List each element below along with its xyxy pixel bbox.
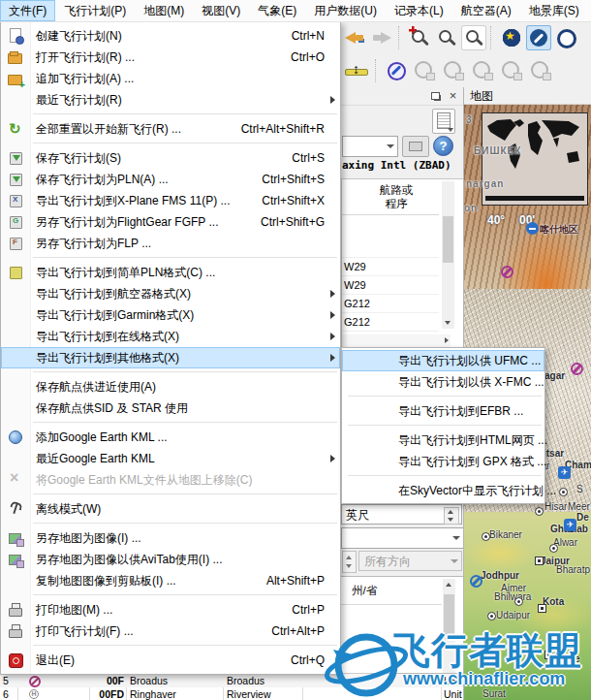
town-marker-icon[interactable] (544, 651, 553, 659)
menu-item[interactable]: 导出飞行计划到 GPX 格式 ... (342, 451, 544, 472)
route-vertical-scrollbar[interactable] (442, 181, 454, 329)
menu-item[interactable]: 另存飞行计划为FLP ... (1, 233, 340, 254)
altitude-combo[interactable] (341, 527, 464, 549)
city-marker-icon[interactable] (487, 612, 496, 620)
menu-item[interactable]: 打印飞行计划(F) ...Ctrl+Alt+P (1, 620, 340, 642)
menu-item[interactable]: 保存飞行计划为PLN(A) ...Ctrl+Shift+S (1, 169, 340, 190)
route-row[interactable] (342, 239, 439, 258)
town-marker-icon[interactable] (535, 557, 544, 565)
fwd-icon[interactable] (369, 25, 394, 50)
menu-item[interactable]: 导出飞行计划到其他格式(X) (1, 347, 340, 368)
vor-icon[interactable] (469, 58, 496, 83)
show-on-map-button[interactable] (402, 136, 429, 157)
vorc-icon[interactable] (556, 58, 581, 83)
city-marker-icon[interactable] (535, 507, 544, 516)
help-button[interactable]: ? (433, 136, 453, 156)
menu-item[interactable]: 导出飞行计划以供 X-FMC ... (342, 371, 544, 393)
menu-item[interactable]: 最近飞行计划(R) (1, 89, 340, 111)
aircraft-icon[interactable]: ✈ (564, 519, 576, 531)
scrollbar-thumb[interactable] (444, 594, 454, 639)
menu-item[interactable]: 追加飞行计划(A) ... (1, 68, 340, 89)
route-table[interactable]: 航路或 程序 W29W29G212G212G212 (341, 178, 465, 349)
float-dock-icon[interactable] (428, 89, 443, 103)
route-row[interactable]: G212 (342, 313, 439, 332)
menu-item[interactable]: 退出(E)Ctrl+Q (1, 650, 340, 671)
menu-item[interactable]: 导出飞行计划到航空器格式(X) (1, 283, 340, 304)
menubar-item[interactable]: 用户数据(U) (305, 0, 386, 21)
vor-icon[interactable] (498, 58, 525, 83)
menu-item[interactable]: 另存地图为图像(I) ... (1, 527, 340, 549)
menu-item[interactable]: 打印地图(M) ...Ctrl+P (1, 599, 340, 620)
submenu-arrow-icon (330, 311, 335, 319)
outline-icon[interactable] (553, 25, 578, 50)
menu-item[interactable]: 导出飞行计划以供 UFMC ... (342, 350, 544, 371)
menubar-item[interactable]: 文件(F) (0, 0, 55, 21)
table-row[interactable]: 500FBroadusBroadusUS (0, 674, 463, 687)
menu-item[interactable]: 全部重置以开始新飞行(R) ...Ctrl+Alt+Shift+R (1, 118, 340, 140)
menubar-item[interactable]: 记录本(L) (386, 0, 452, 21)
city-marker-icon[interactable] (482, 532, 490, 541)
direction-combo[interactable]: 所有方向 (358, 551, 462, 571)
menu-item[interactable]: 另存飞行计划为FlightGear FGFP ...Ctrl+Shift+G (1, 211, 340, 233)
waypoint-icon[interactable] (526, 222, 539, 235)
zoomdoc-icon[interactable] (461, 25, 486, 50)
menu-item[interactable]: 保存航点供SID 及 STAR 使用 (1, 398, 340, 419)
city-marker-icon[interactable] (559, 488, 568, 496)
vor-icon[interactable] (411, 58, 438, 83)
airport-search-combo[interactable] (342, 136, 398, 157)
route-horizontal-scrollbar[interactable] (342, 334, 451, 347)
menubar-item[interactable]: 飞行计划(P) (55, 0, 135, 21)
altitude-unit-spinbox[interactable]: 英尺 (341, 504, 462, 525)
menu-item[interactable]: 离线模式(W) (1, 498, 340, 520)
aircraft-icon[interactable]: ✈ (558, 466, 571, 479)
menubar-item[interactable]: 地图(M) (135, 0, 193, 21)
vor-icon[interactable] (440, 58, 467, 83)
slash-icon[interactable] (526, 25, 551, 50)
menu-item[interactable]: 导出飞行计划到在线格式(X) (1, 326, 340, 347)
menu-item[interactable]: 导出飞行计划到EFBR ... (342, 400, 544, 422)
route-row[interactable]: G212 (342, 295, 439, 313)
menu-item[interactable]: 在SkyVector中显示飞行计划 ... (342, 480, 544, 501)
close-dock-icon[interactable]: × (446, 89, 460, 103)
menubar-item[interactable]: 气象(E) (249, 0, 305, 21)
menubar-item[interactable]: 视图(V) (193, 0, 249, 21)
airport-search-table[interactable]: 500FBroadusBroadusUS600FDRinghaverRiverv… (0, 673, 463, 700)
menu-item[interactable]: 保存航点供进近使用(A) (1, 376, 340, 398)
compass-icon[interactable] (384, 58, 409, 83)
town-marker-icon[interactable] (538, 604, 546, 613)
zoom-icon[interactable] (434, 25, 459, 50)
table-row[interactable]: 600FDRinghaverRiverviewUnitH (0, 687, 463, 700)
vor-icon[interactable] (527, 58, 554, 83)
menu-item[interactable]: 创建飞行计划(N)Ctrl+N (1, 25, 340, 47)
menu-item[interactable]: 另存地图为图像以供AviTab使用(I) ... (1, 549, 340, 570)
menubar-item[interactable]: 航空器(A) (452, 0, 520, 21)
spinbox-arrows-icon[interactable] (444, 507, 459, 525)
menu-item[interactable]: 导出飞行计划到X-Plane FMS 11(P) ...Ctrl+Shift+X (1, 190, 340, 211)
elev-icon[interactable] (342, 58, 371, 83)
scroll-down-icon[interactable] (442, 316, 454, 329)
route-row[interactable]: W29 (342, 258, 439, 276)
save-icon (8, 172, 23, 187)
zoomin-icon[interactable] (407, 25, 432, 50)
clear-selection-button[interactable] (432, 109, 455, 134)
direction-spinbox[interactable] (342, 551, 357, 573)
menu-item[interactable]: 添加Google Earth KML ... (1, 427, 340, 448)
menu-item[interactable]: 导出飞行计划到简单PLN格式(C) ... (1, 262, 340, 283)
airport-icon[interactable] (501, 266, 513, 278)
menu-item[interactable]: 复制地图图像到剪贴板(I) ...Alt+Shift+P (1, 570, 340, 591)
route-row[interactable]: W29 (342, 276, 439, 295)
menu-item[interactable]: 最近Google Earth KML (1, 448, 340, 469)
city-marker-icon[interactable] (514, 597, 523, 606)
menu-item-label: 导出飞行计划到在线格式(X) (30, 329, 325, 345)
menubar-item[interactable]: 地景库(S) (520, 0, 588, 21)
back-icon[interactable] (342, 25, 367, 50)
menu-item[interactable]: 导出飞行计划到HTML网页 ... (342, 430, 544, 451)
menu-item[interactable]: 保存飞行计划(S)Ctrl+S (1, 147, 340, 169)
star-icon[interactable] (499, 25, 524, 50)
airport-icon[interactable] (571, 363, 583, 375)
scrollbar-thumb[interactable] (443, 216, 453, 263)
menu-item[interactable]: 导出飞行计划到Garmin格式(X) (1, 304, 340, 326)
city-marker-icon[interactable] (549, 544, 558, 553)
menu-item[interactable]: 打开飞行计划(R) ...Ctrl+O (1, 47, 340, 68)
airport-icon[interactable] (470, 575, 482, 588)
